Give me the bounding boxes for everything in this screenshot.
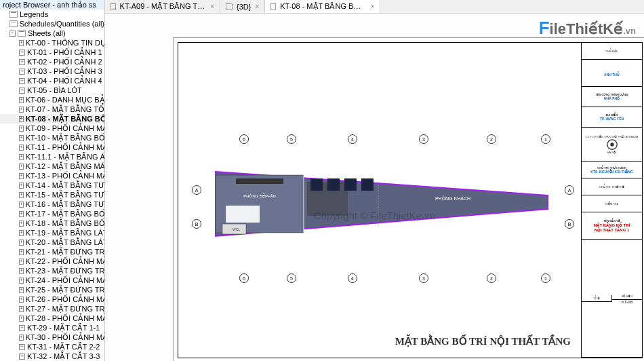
expand-icon[interactable]: + bbox=[19, 316, 24, 322]
sheet-item[interactable]: +KT-17 - MẶT BẰNG BỐ TRÍ CỬA ĐI bbox=[0, 209, 104, 218]
grid-bubble: 2 bbox=[487, 273, 496, 283]
tree-legends[interactable]: Legends bbox=[0, 10, 104, 19]
svg-rect-4 bbox=[236, 178, 283, 184]
sheet-item[interactable]: +KT-04 - PHỐI CẢNH 4 bbox=[0, 76, 104, 86]
expand-icon[interactable]: + bbox=[19, 306, 24, 312]
sheet-item[interactable]: +KT-03 - PHỐI CẢNH 3 bbox=[0, 66, 104, 76]
expand-icon[interactable]: + bbox=[19, 40, 24, 46]
expand-icon[interactable]: + bbox=[19, 69, 25, 75]
expand-icon[interactable]: + bbox=[19, 230, 24, 236]
expand-icon[interactable]: + bbox=[19, 59, 25, 65]
sheet-item[interactable]: +KT-18 - MẶT BẰNG BỐ TRÍ CỬA ĐI bbox=[0, 218, 104, 228]
sheet-item[interactable]: +KT-32 - MẶT CẮT 3-3 bbox=[0, 352, 104, 361]
sheet-item[interactable]: +KT-22 - PHỐI CẢNH MẶT ĐỨNG TR bbox=[0, 256, 104, 266]
collapse-icon[interactable]: − bbox=[9, 31, 16, 37]
grid-bubble: 2 bbox=[487, 134, 496, 144]
sheet-item[interactable]: +KT-02 - PHỐI CẢNH 2 bbox=[0, 57, 104, 66]
expand-icon[interactable]: + bbox=[19, 116, 24, 122]
sheet-item[interactable]: +KT-26 - PHỐI CẢNH MẶT ĐỨNG TR bbox=[0, 294, 104, 304]
expand-icon[interactable]: + bbox=[19, 240, 24, 246]
expand-icon[interactable]: + bbox=[19, 297, 24, 303]
sheet-item[interactable]: +KT-31 - MẶT CẮT 2-2 bbox=[0, 342, 104, 352]
watermark-logo: FileThiếtKế.vn bbox=[539, 18, 636, 39]
tab-bar: KT-A09 - MẶT BẰNG TƯỜNG XÂY...×{3D}×KT-0… bbox=[105, 0, 644, 14]
sheet-item[interactable]: +KT-01 - PHỐI CẢNH 1 bbox=[0, 48, 104, 57]
sheet-item[interactable]: +KT-13 - PHỐI CẢNH MẶT BẰNG M bbox=[0, 171, 104, 180]
close-icon[interactable]: × bbox=[210, 3, 214, 10]
sheet-item[interactable]: +KT-25 - MẶT ĐỨNG TRỤC 1-6 bbox=[0, 285, 104, 294]
sheet-item[interactable]: +KT-08 - MẶT BẰNG BỐ TRÍ NỘI T bbox=[0, 114, 104, 124]
tree-schedules[interactable]: Schedules/Quantities (all) bbox=[0, 19, 104, 28]
expand-icon[interactable]: + bbox=[19, 278, 24, 284]
sheet-item[interactable]: +KT-00 - THÔNG TIN DỰ ÁN bbox=[0, 38, 104, 48]
close-icon[interactable]: × bbox=[370, 3, 374, 10]
expand-icon[interactable]: + bbox=[19, 145, 24, 151]
sheet-item[interactable]: +KT-24 - PHỐI CẢNH MẶT ĐỨNG TR bbox=[0, 276, 104, 285]
expand-icon[interactable]: + bbox=[19, 192, 24, 198]
sheet-item[interactable]: +KT-10 - MẶT BẰNG BỐ TRÍ NỘI THA bbox=[0, 133, 104, 142]
sheet-item[interactable]: +KT-12 - MẶT BẰNG MÁI bbox=[0, 162, 104, 171]
expand-icon[interactable]: + bbox=[19, 126, 24, 132]
svg-rect-9 bbox=[361, 178, 374, 191]
sheet-item[interactable]: +KT-27 - MẶT ĐỨNG TRỤC 6-1 bbox=[0, 304, 104, 314]
expand-icon[interactable]: + bbox=[19, 325, 25, 331]
expand-icon[interactable]: + bbox=[19, 164, 24, 170]
expand-icon[interactable]: + bbox=[19, 249, 24, 255]
sheet-item[interactable]: +KT-30 - PHỐI CẢNH MẶT CẮT 1-1 bbox=[0, 332, 104, 342]
expand-icon[interactable]: + bbox=[19, 202, 24, 208]
expand-icon[interactable]: + bbox=[19, 354, 25, 360]
expand-icon[interactable]: + bbox=[19, 259, 24, 265]
expand-icon[interactable]: + bbox=[19, 344, 25, 350]
drawing-canvas[interactable]: FileThiếtKế.vn WC1 bbox=[105, 14, 644, 361]
expand-icon[interactable]: + bbox=[19, 211, 24, 217]
svg-point-13 bbox=[610, 142, 613, 146]
view-tab[interactable]: KT-08 - MẶT BẰNG BỐ TRÍ NỘI...× bbox=[265, 0, 380, 13]
sheet-item[interactable]: +KT-11 - PHỐI CẢNH MẶT BẰNG BỐ bbox=[0, 142, 104, 152]
project-browser[interactable]: roject Browser - anh thảo ss Legends Sch… bbox=[0, 0, 105, 361]
sheet-item[interactable]: +KT-23 - MẶT ĐỨNG TRỤC B-A bbox=[0, 266, 104, 276]
svg-rect-8 bbox=[344, 178, 357, 191]
sheet-item[interactable]: +KT-11.1 - MẶT BẰNG ÁP MÁI bbox=[0, 152, 104, 162]
close-icon[interactable]: × bbox=[255, 3, 259, 10]
expand-icon[interactable]: + bbox=[19, 135, 24, 141]
grid-bubble: 5 bbox=[287, 273, 296, 283]
sheet-item[interactable]: +KT-19 - MẶT BẰNG LÁT SÀN TẦNG bbox=[0, 228, 104, 238]
view-tab[interactable]: KT-A09 - MẶT BẰNG TƯỜNG XÂY...× bbox=[105, 0, 220, 13]
expand-icon[interactable]: + bbox=[19, 107, 24, 113]
tab-icon bbox=[270, 3, 276, 10]
grid-bubble: 6 bbox=[239, 273, 249, 283]
sheet-item[interactable]: +KT-09 - PHỐI CẢNH MẶT BẰNG BỐ bbox=[0, 124, 104, 133]
sheet-item[interactable]: +KT-05 - BÌA LÓT bbox=[0, 86, 104, 95]
sheets-icon bbox=[18, 30, 26, 37]
expand-icon[interactable]: + bbox=[19, 97, 24, 103]
view-tab[interactable]: {3D}× bbox=[220, 0, 265, 13]
sheet: WC1 PHÒNG BẾP+ĂN PHÒNG KHÁCH bbox=[173, 37, 644, 361]
expand-icon[interactable]: + bbox=[19, 173, 24, 179]
expand-icon[interactable]: + bbox=[19, 88, 25, 94]
sheet-item[interactable]: +KT-15 - MẶT BẰNG TƯỜNG XÂY TẦ bbox=[0, 190, 104, 200]
sheet-item[interactable]: +KT-20 - MẶT BẰNG LÁT SÀN TẦNG bbox=[0, 238, 104, 247]
grid-bubble: B bbox=[192, 219, 201, 229]
tree-sheets[interactable]: − Sheets (all) bbox=[0, 28, 104, 38]
sheet-item[interactable]: +KT-29 - MẶT CẮT 1-1 bbox=[0, 323, 104, 332]
sheet-item[interactable]: +KT-07 - MẶT BẰNG TỔNG THỂ bbox=[0, 104, 104, 114]
sheet-item[interactable]: +KT-16 - MẶT BẰNG TƯỜNG XÂY M bbox=[0, 200, 104, 209]
expand-icon[interactable]: + bbox=[19, 221, 24, 227]
schedules-icon bbox=[9, 20, 18, 27]
expand-icon[interactable]: + bbox=[19, 154, 24, 160]
expand-icon[interactable]: + bbox=[19, 268, 24, 274]
grid-bubble: 1 bbox=[541, 134, 550, 144]
grid-bubble: 1 bbox=[541, 273, 550, 283]
expand-icon[interactable]: + bbox=[19, 183, 24, 189]
expand-icon[interactable]: + bbox=[19, 78, 25, 84]
grid-bubble: 3 bbox=[419, 134, 428, 144]
expand-icon[interactable]: + bbox=[19, 50, 25, 56]
sheet-item[interactable]: +KT-28 - PHỐI CẢNH MẶT ĐỨNG TR bbox=[0, 314, 104, 323]
sheet-item[interactable]: +KT-06 - DANH MỤC BẢN VẼ bbox=[0, 95, 104, 104]
expand-icon[interactable]: + bbox=[19, 335, 24, 341]
sheet-item[interactable]: +KT-14 - MẶT BẰNG TƯỜNG XÂY TẦ bbox=[0, 180, 104, 190]
drawing-title: MẶT BẰNG BỐ TRÍ NỘI THẤT TẦNG bbox=[395, 335, 571, 347]
svg-rect-7 bbox=[327, 178, 340, 191]
sheet-item[interactable]: +KT-21 - MẶT ĐỨNG TRỤC A-B bbox=[0, 247, 104, 256]
expand-icon[interactable]: + bbox=[19, 287, 24, 293]
